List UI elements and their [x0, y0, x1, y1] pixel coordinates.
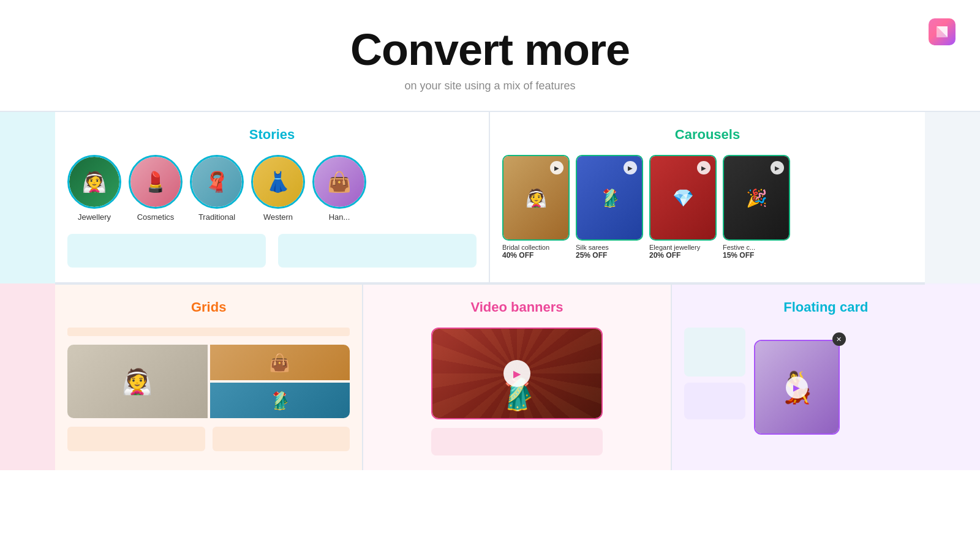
stories-bottom-card-2: [278, 234, 477, 268]
carousel-off-jewellery: 20% OFF: [649, 251, 717, 260]
carousel-off-silk: 25% OFF: [576, 251, 643, 260]
story-item-handbags[interactable]: 👜 Han...: [312, 155, 366, 222]
floating-placeholder-bottom: [684, 383, 745, 419]
story-item-jewellery[interactable]: 👰 Jewellery: [67, 155, 121, 222]
carousel-name-bridal: Bridal collection: [502, 244, 570, 251]
grids-img-3: 🥻: [210, 383, 350, 418]
story-item-traditional[interactable]: 🧣 Traditional: [190, 155, 244, 222]
video-panel: Video banners 🥻 ▶: [363, 285, 671, 470]
stories-bottom-card-1: [67, 234, 266, 268]
carousels-title: Carousels: [502, 127, 913, 143]
story-circle-western: 👗: [251, 155, 305, 209]
carousel-name-festive: Festive c...: [723, 244, 790, 251]
story-circle-jewellery: 👰: [67, 155, 121, 209]
page-subtitle: on your site using a mix of features: [0, 80, 980, 92]
grids-bottom-card-2: [213, 427, 350, 451]
carousel-name-silk: Silk sarees: [576, 244, 643, 251]
video-play-icon: ▶: [513, 368, 521, 380]
stories-title: Stories: [67, 127, 477, 143]
logo-icon: [934, 24, 950, 40]
carousel-card-festive[interactable]: 🎉 ▶ Festive c... 15% OFF: [723, 155, 790, 260]
grids-img-1: 👰: [67, 345, 208, 418]
floating-play-button[interactable]: ▶: [786, 377, 808, 399]
floating-play-icon: ▶: [793, 383, 800, 392]
grids-bottom-card-1: [67, 427, 205, 451]
carousels-panel: Carousels 👰 ▶ Bridal collection 40% OFF …: [490, 112, 925, 283]
video-banner[interactable]: 🥻 ▶: [431, 328, 603, 419]
stories-row: 👰 Jewellery 💄 Cosmetics 🧣 Traditional: [67, 155, 477, 222]
bottom-row: Grids 👰 👜 🥻 Video banners 🥻: [55, 283, 980, 470]
video-title: Video banners: [470, 299, 563, 315]
carousel-img-festive: 🎉 ▶: [723, 155, 790, 241]
page-header: Convert more on your site using a mix of…: [0, 0, 980, 111]
carousel-card-silk[interactable]: 🥻 ▶ Silk sarees 25% OFF: [576, 155, 643, 260]
grids-img-2: 👜: [210, 345, 350, 380]
grids-bottom: [67, 427, 350, 451]
carousel-play-bridal: ▶: [550, 161, 564, 174]
floating-card-wrapper: ✕ 💃 ▶: [754, 340, 840, 435]
carousel-img-silk: 🥻 ▶: [576, 155, 643, 241]
floating-close-button[interactable]: ✕: [832, 332, 846, 346]
side-right-top: [925, 112, 980, 283]
floating-panel: Floating card ✕ 💃 ▶: [672, 285, 980, 470]
carousel-off-bridal: 40% OFF: [502, 251, 570, 260]
grids-title: Grids: [67, 299, 350, 315]
floating-card[interactable]: 💃 ▶: [754, 340, 840, 435]
story-circle-cosmetics: 💄: [129, 155, 183, 209]
carousel-off-festive: 15% OFF: [723, 251, 790, 260]
stories-bottom: [67, 234, 477, 268]
carousel-play-jewellery: ▶: [697, 161, 710, 174]
side-left-top: [0, 112, 55, 283]
grids-top-bar: [67, 328, 350, 336]
story-label-jewellery: Jewellery: [78, 212, 111, 222]
carousel-img-bridal: 👰 ▶: [502, 155, 570, 241]
grids-panel: Grids 👰 👜 🥻: [55, 285, 363, 470]
story-item-cosmetics[interactable]: 💄 Cosmetics: [129, 155, 183, 222]
main-grid: Stories 👰 Jewellery 💄 Cosmetics 🧣: [0, 111, 980, 470]
carousel-name-jewellery: Elegant jewellery: [649, 244, 717, 251]
carousel-play-festive: ▶: [771, 161, 784, 174]
story-circle-handbags: 👜: [312, 155, 366, 209]
story-label-western: Western: [263, 212, 293, 222]
story-item-western[interactable]: 👗 Western: [251, 155, 305, 222]
carousel-card-bridal[interactable]: 👰 ▶ Bridal collection 40% OFF: [502, 155, 570, 260]
carousel-card-jewellery[interactable]: 💎 ▶ Elegant jewellery 20% OFF: [649, 155, 717, 260]
carousels-row: 👰 ▶ Bridal collection 40% OFF 🥻 ▶ Silk s…: [502, 155, 913, 260]
story-label-traditional: Traditional: [198, 212, 235, 222]
floating-title: Floating card: [684, 299, 968, 315]
grids-image-grid: 👰 👜 🥻: [67, 345, 350, 418]
carousel-img-jewellery: 💎 ▶: [649, 155, 717, 241]
app-logo[interactable]: [929, 18, 956, 45]
page-title: Convert more: [0, 24, 980, 75]
story-label-handbags: Han...: [329, 212, 350, 222]
floating-left: [684, 328, 745, 435]
floating-content: ✕ 💃 ▶: [684, 328, 968, 435]
carousel-play-silk: ▶: [624, 161, 637, 174]
story-label-cosmetics: Cosmetics: [137, 212, 175, 222]
video-bottom-card: [431, 428, 603, 455]
stories-panel: Stories 👰 Jewellery 💄 Cosmetics 🧣: [55, 112, 490, 283]
story-circle-traditional: 🧣: [190, 155, 244, 209]
video-play-button[interactable]: ▶: [503, 360, 530, 387]
floating-placeholder-top: [684, 328, 745, 377]
side-left-bottom: [0, 283, 55, 470]
